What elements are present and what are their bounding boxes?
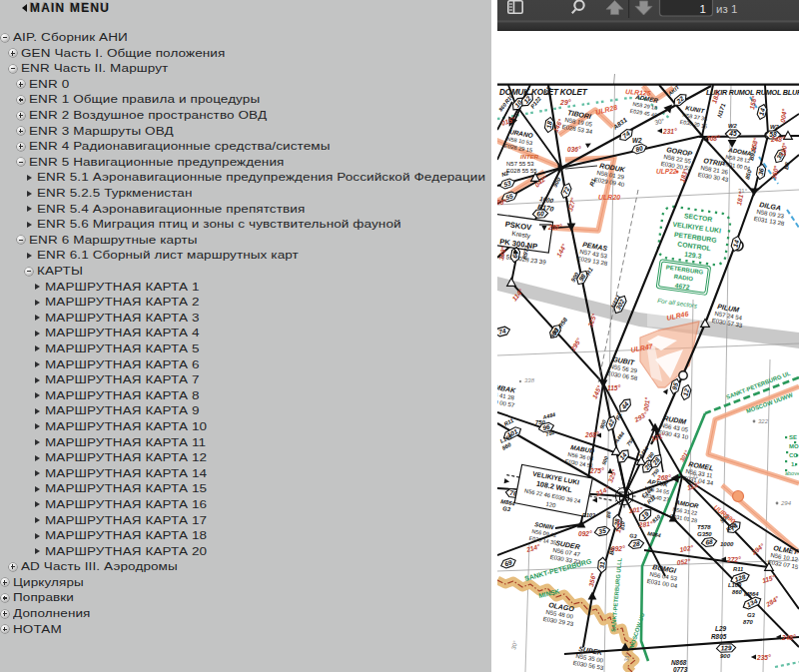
svg-text:860: 860 [732,589,742,595]
svg-text:129: 129 [720,644,732,652]
svg-text:31°: 31° [692,473,700,479]
svg-text:267°: 267° [547,224,562,231]
svg-text:G3: G3 [629,532,637,539]
svg-text:86°: 86° [497,199,506,206]
svg-text:L29: L29 [715,625,726,632]
svg-text:SE: SE [789,434,797,440]
svg-text:900: 900 [720,653,731,659]
svg-text:28: 28 [631,540,641,548]
svg-text:W2: W2 [728,123,737,129]
svg-text:M864: M864 [744,591,759,597]
svg-text:R103: R103 [582,512,595,518]
svg-text:268°: 268° [584,431,599,438]
svg-text:036°: 036° [567,146,581,153]
svg-text:068°: 068° [706,135,720,142]
svg-text:ULR20: ULR20 [598,194,620,201]
svg-text:N57 55 53: N57 55 53 [506,161,534,167]
svg-text:W2: W2 [632,137,642,144]
svg-text:0773: 0773 [673,666,688,672]
svg-text:31: 31 [598,561,606,569]
svg-text:248°: 248° [781,634,796,641]
svg-text:275°: 275° [589,467,604,474]
svg-text:29°: 29° [559,99,571,106]
svg-text:R11: R11 [733,566,743,572]
svg-text:ULP22: ULP22 [656,168,677,175]
svg-text:G350: G350 [697,531,712,537]
svg-text:R805: R805 [711,633,727,640]
svg-text:272°: 272° [726,556,741,563]
svg-text:INTER: INTER [520,154,539,160]
svg-text:W2: W2 [770,124,779,130]
svg-text:B8: B8 [605,511,611,518]
svg-text:MO: MO [789,443,799,449]
svg-text:из 1: из 1 [716,3,737,15]
svg-text:281°: 281° [637,520,653,528]
svg-text:G3: G3 [747,612,756,618]
svg-text:115°: 115° [607,384,621,391]
svg-text:1000: 1000 [720,541,734,547]
svg-text:68: 68 [705,538,714,546]
svg-text:235°: 235° [756,654,771,661]
svg-text:E028 55 55: E028 55 55 [506,168,537,174]
svg-text:DOMUK KOLET KOLET: DOMUK KOLET KOLET [499,88,588,97]
svg-text:870: 870 [743,619,753,625]
svg-text:268°: 268° [656,474,671,481]
svg-text:750: 750 [535,419,545,425]
svg-text:L169: L169 [728,582,742,588]
svg-text:18: 18 [545,120,553,129]
svg-text:N868: N868 [671,659,687,666]
svg-text:248°: 248° [770,136,785,143]
svg-text:60: 60 [536,210,544,218]
svg-text:45: 45 [728,130,737,137]
svg-text:322: 322 [758,418,769,424]
svg-text:1: 1 [700,3,706,15]
svg-text:092°: 092° [578,530,592,537]
svg-text:231°: 231° [662,128,677,135]
svg-text:T578: T578 [697,524,711,530]
svg-text:092°: 092° [611,545,625,552]
svg-text:294: 294 [780,500,792,506]
svg-text:338: 338 [524,377,535,383]
